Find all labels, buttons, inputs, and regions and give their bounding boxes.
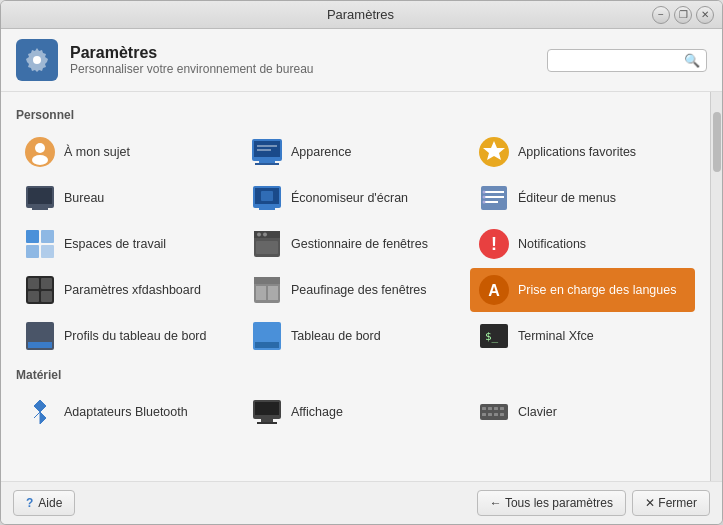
item-economiseur[interactable]: Économiseur d'écran (243, 176, 468, 220)
item-label-espaces-travail: Espaces de travail (64, 236, 166, 252)
svg-point-2 (35, 143, 45, 153)
item-label-apparence: Apparence (291, 144, 351, 160)
minimize-button[interactable]: − (652, 6, 670, 24)
item-clavier[interactable]: Clavier (470, 390, 695, 434)
item-bureau[interactable]: Bureau (16, 176, 241, 220)
item-parametres-xfdashboard[interactable]: Paramètres xfdashboard (16, 268, 241, 312)
materiel-grid: Adaptateurs Bluetooth Affichage (16, 390, 695, 434)
item-label-peaufinage-fenetres: Peaufinage des fenêtres (291, 282, 427, 298)
item-terminal-xfce[interactable]: $_ Terminal Xfce (470, 314, 695, 358)
icon-adaptateurs-bluetooth (24, 396, 56, 428)
svg-rect-14 (32, 208, 48, 210)
app-subtitle: Personnaliser votre environnement de bur… (70, 62, 313, 76)
svg-rect-22 (484, 201, 498, 203)
svg-text:!: ! (491, 234, 497, 254)
item-label-applications-favorites: Applications favorites (518, 144, 636, 160)
item-editeur-menus[interactable]: Éditeur de menus (470, 176, 695, 220)
header-text: Paramètres Personnaliser votre environne… (70, 44, 313, 76)
svg-rect-17 (261, 191, 273, 201)
item-label-tableau-de-bord: Tableau de bord (291, 328, 381, 344)
window-title: Paramètres (69, 7, 652, 22)
app-header: Paramètres Personnaliser votre environne… (1, 29, 722, 92)
svg-point-33 (263, 233, 267, 237)
close-button[interactable]: ✕ (696, 6, 714, 24)
svg-text:$_: $_ (485, 330, 499, 343)
icon-prise-en-charge-langues: A (478, 274, 510, 306)
svg-rect-27 (41, 230, 54, 243)
item-adaptateurs-bluetooth[interactable]: Adaptateurs Bluetooth (16, 390, 241, 434)
section-label-materiel: Matériel (16, 368, 695, 382)
section-label-personnel: Personnel (16, 108, 695, 122)
item-peaufinage-fenetres[interactable]: Peaufinage des fenêtres (243, 268, 468, 312)
svg-rect-41 (41, 291, 52, 302)
icon-bureau (24, 182, 56, 214)
close-button-footer[interactable]: ✕ Fermer (632, 490, 710, 516)
icon-parametres-xfdashboard (24, 274, 56, 306)
scrollbar-thumb[interactable] (713, 112, 721, 172)
help-button[interactable]: ? Aide (13, 490, 75, 516)
content-area: Personnel À mon sujet (1, 92, 722, 481)
svg-rect-8 (257, 145, 277, 147)
svg-rect-49 (28, 342, 52, 348)
icon-editeur-menus (478, 182, 510, 214)
svg-rect-18 (259, 208, 275, 210)
svg-rect-26 (26, 230, 39, 243)
svg-rect-57 (257, 422, 277, 424)
svg-rect-43 (254, 277, 280, 284)
item-label-adaptateurs-bluetooth: Adaptateurs Bluetooth (64, 404, 188, 420)
item-affichage[interactable]: Affichage (243, 390, 468, 434)
svg-point-25 (483, 201, 486, 204)
icon-affichage (251, 396, 283, 428)
search-icon[interactable]: 🔍 (684, 53, 700, 68)
svg-rect-60 (488, 407, 492, 410)
item-a-mon-sujet[interactable]: À mon sujet (16, 130, 241, 174)
svg-rect-64 (488, 413, 492, 416)
item-applications-favorites[interactable]: Applications favorites (470, 130, 695, 174)
icon-tableau-de-bord (251, 320, 283, 352)
item-label-notifications: Notifications (518, 236, 586, 252)
item-prise-en-charge-langues[interactable]: A Prise en charge des langues (470, 268, 695, 312)
restore-button[interactable]: ❐ (674, 6, 692, 24)
svg-rect-62 (500, 407, 504, 410)
settings-window: Paramètres − ❐ ✕ Paramètres Personnalise… (0, 0, 723, 525)
svg-text:A: A (488, 282, 500, 299)
icon-peaufinage-fenetres (251, 274, 283, 306)
svg-rect-39 (41, 278, 52, 289)
item-notifications[interactable]: ! Notifications (470, 222, 695, 266)
item-espaces-travail[interactable]: Espaces de travail (16, 222, 241, 266)
header-left: Paramètres Personnaliser votre environne… (16, 39, 313, 81)
scrollbar[interactable] (710, 92, 722, 481)
all-settings-button[interactable]: ← Tous les paramètres (477, 490, 626, 516)
svg-point-32 (257, 233, 261, 237)
item-gestionnaire-fenetres[interactable]: Gestionnaire de fenêtres (243, 222, 468, 266)
item-apparence[interactable]: Apparence (243, 130, 468, 174)
svg-rect-29 (41, 245, 54, 258)
app-icon (16, 39, 58, 81)
item-tableau-de-bord[interactable]: Tableau de bord (243, 314, 468, 358)
main-scroll-area[interactable]: Personnel À mon sujet (1, 92, 710, 481)
svg-rect-9 (257, 149, 271, 151)
svg-rect-7 (255, 163, 279, 165)
svg-rect-44 (256, 286, 266, 300)
svg-rect-55 (255, 402, 279, 415)
icon-apparence (251, 136, 283, 168)
svg-rect-66 (500, 413, 504, 416)
item-label-a-mon-sujet: À mon sujet (64, 144, 130, 160)
svg-rect-61 (494, 407, 498, 410)
icon-economiseur (251, 182, 283, 214)
help-label: Aide (38, 496, 62, 510)
svg-rect-38 (28, 278, 39, 289)
svg-rect-40 (28, 291, 39, 302)
item-profils-tableau-bord[interactable]: Profils du tableau de bord (16, 314, 241, 358)
icon-notifications: ! (478, 228, 510, 260)
icon-a-mon-sujet (24, 136, 56, 168)
titlebar: Paramètres − ❐ ✕ (1, 1, 722, 29)
personnel-grid: À mon sujet Apparence (16, 130, 695, 358)
svg-rect-45 (268, 286, 278, 300)
search-input[interactable] (554, 53, 684, 68)
window-controls: − ❐ ✕ (652, 6, 714, 24)
svg-rect-56 (261, 419, 273, 422)
close-footer-label: ✕ Fermer (645, 496, 697, 510)
search-box[interactable]: 🔍 (547, 49, 707, 72)
item-label-editeur-menus: Éditeur de menus (518, 190, 616, 206)
